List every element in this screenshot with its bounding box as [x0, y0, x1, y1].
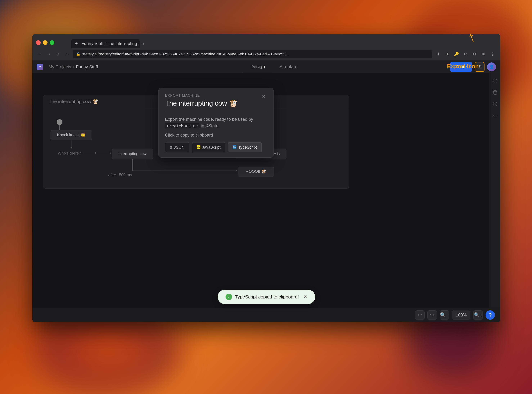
- home-button[interactable]: ⌂: [64, 51, 70, 57]
- tab-design[interactable]: Design: [243, 60, 272, 74]
- breadcrumb-separator: /: [73, 64, 74, 69]
- address-bar: ← → ↺ ⌂ 🔒 stately.ai/registry/editor/9a4…: [32, 48, 500, 60]
- modal-title: The interrupting cow 🐮: [165, 99, 237, 107]
- export-modal: EXPORT MACHINE The interrupting cow 🐮 ✕ …: [158, 88, 274, 158]
- back-button[interactable]: ←: [37, 51, 43, 57]
- title-bar: ✦ Funny Stuff | The interrupting ... ✕ +: [32, 34, 500, 48]
- app-content: The interrupting cow 🐮 Knock knock 🤠 Who…: [32, 73, 500, 322]
- breadcrumb-root[interactable]: My Projects: [49, 64, 71, 69]
- toast-message: TypeScript copied to clipboard!: [235, 294, 299, 300]
- app-header: ✦ My Projects / Funny Stuff Design Simul…: [32, 60, 500, 73]
- url-text: stately.ai/registry/editor/9a4f9db8-d4b7…: [82, 52, 289, 57]
- traffic-lights: [36, 40, 54, 45]
- svg-point-31: [493, 90, 497, 92]
- traffic-light-red[interactable]: [36, 40, 41, 45]
- reload-button[interactable]: ↺: [55, 51, 61, 57]
- new-tab-button[interactable]: +: [140, 40, 147, 48]
- modal-header: EXPORT MACHINE The interrupting cow 🐮 ✕: [159, 88, 273, 111]
- tab-label: Funny Stuff | The interrupting ...: [81, 41, 140, 46]
- modal-body: Export the machine code, ready to be use…: [159, 111, 273, 157]
- traffic-light-green[interactable]: [50, 40, 54, 45]
- modal-description: Export the machine code, ready to be use…: [165, 116, 267, 129]
- svg-text:JS: JS: [197, 146, 200, 148]
- copy-hint: Click to copy to clipboard: [165, 133, 267, 138]
- browser-chrome: ✦ Funny Stuff | The interrupting ... ✕ +…: [32, 34, 500, 60]
- annotation-label: Export icon: [447, 63, 479, 69]
- sidebar-code-icon[interactable]: [491, 112, 499, 119]
- modal-header-content: EXPORT MACHINE The interrupting cow 🐮: [165, 93, 237, 107]
- url-bar[interactable]: 🔒 stately.ai/registry/editor/9a4f9db8-d4…: [73, 50, 432, 58]
- breadcrumb: My Projects / Funny Stuff: [49, 64, 98, 69]
- breadcrumb-current[interactable]: Funny Stuff: [76, 64, 98, 69]
- toast-close-button[interactable]: ✕: [304, 294, 307, 299]
- traffic-light-yellow[interactable]: [43, 40, 47, 45]
- svg-text:TS: TS: [233, 146, 236, 148]
- js-icon: JS: [197, 145, 200, 150]
- toast-notification: ✓ TypeScript copied to clipboard! ✕: [218, 290, 315, 304]
- active-tab[interactable]: ✦ Funny Stuff | The interrupting ... ✕: [71, 39, 140, 48]
- javascript-button[interactable]: JS JavaScript: [192, 142, 225, 152]
- app-logo[interactable]: ✦: [37, 64, 43, 70]
- sidebar-info-icon[interactable]: ⓘ: [491, 77, 499, 85]
- forward-button[interactable]: →: [46, 51, 52, 57]
- json-button[interactable]: {} JSON: [165, 142, 189, 152]
- export-annotation: ↑ Export icon: [447, 52, 479, 70]
- right-sidebar: ⓘ: [490, 73, 500, 322]
- modal-format-buttons: {} JSON JS JavaScript: [165, 142, 267, 152]
- toast-success-icon: ✓: [225, 294, 232, 300]
- logo-icon: ✦: [37, 64, 43, 70]
- json-icon: {}: [170, 145, 172, 149]
- sidebar-data-icon[interactable]: [491, 88, 499, 96]
- typescript-button[interactable]: TS TypeScript: [228, 142, 262, 152]
- tab-favicon: ✦: [74, 41, 79, 46]
- ts-icon: TS: [233, 145, 236, 150]
- modal-label: EXPORT MACHINE: [165, 93, 237, 98]
- tab-simulate[interactable]: Simulate: [272, 60, 305, 74]
- browser-menu[interactable]: ⋮: [489, 51, 496, 58]
- sidebar-toggle[interactable]: ▣: [480, 51, 487, 58]
- modal-overlay: EXPORT MACHINE The interrupting cow 🐮 ✕ …: [32, 73, 490, 322]
- modal-close-button[interactable]: ✕: [261, 93, 267, 100]
- code-snippet: createMachine: [165, 123, 200, 129]
- browser-window: ✦ Funny Stuff | The interrupting ... ✕ +…: [32, 34, 500, 322]
- header-tabs: Design Simulate: [243, 60, 305, 74]
- downloads-button[interactable]: ⬇: [435, 51, 442, 58]
- lock-icon: 🔒: [76, 52, 80, 56]
- user-avatar[interactable]: 👤: [487, 62, 496, 71]
- tabs-bar: ✦ Funny Stuff | The interrupting ... ✕ +: [57, 37, 151, 48]
- canvas-area[interactable]: The interrupting cow 🐮 Knock knock 🤠 Who…: [32, 73, 490, 322]
- sidebar-history-icon[interactable]: [491, 100, 499, 108]
